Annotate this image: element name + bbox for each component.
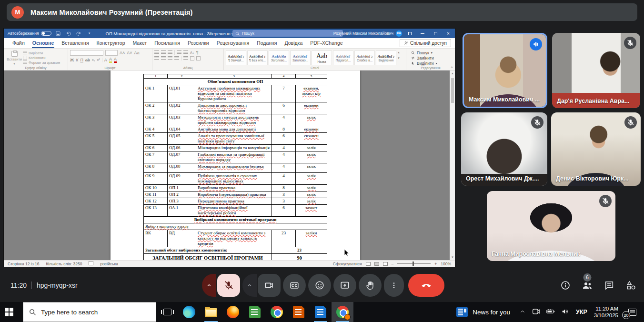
collapse-ribbon-icon[interactable]: ˄: [451, 65, 453, 70]
find-button[interactable]: Пошук▾: [411, 50, 453, 55]
language-indicator[interactable]: російська: [100, 262, 118, 266]
bullets-icon[interactable]: [154, 50, 159, 54]
font-name-combobox[interactable]: [70, 50, 103, 56]
superscript-button[interactable]: х²: [97, 58, 100, 62]
share-button[interactable]: Спільний доступ: [400, 39, 451, 47]
toggle-switch[interactable]: [41, 31, 51, 36]
styles-gallery-scroll[interactable]: ▲▼: [396, 50, 401, 65]
page-indicator[interactable]: Сторінка 12 із 16: [8, 262, 39, 266]
close-button[interactable]: ×: [443, 29, 453, 38]
italic-button[interactable]: К: [76, 58, 78, 62]
font-color-button[interactable]: А: [114, 57, 117, 63]
taskbar-impress[interactable]: [288, 302, 310, 322]
quick-access-dropdown-icon[interactable]: ▾: [86, 30, 93, 36]
tab-pdf-xchange[interactable]: PDF-XChange: [306, 38, 346, 48]
activities-icon[interactable]: [625, 279, 637, 292]
redo-icon[interactable]: [75, 30, 83, 36]
start-button[interactable]: [0, 302, 23, 322]
participant-tile[interactable]: Максим Миколайович ...: [463, 33, 547, 108]
read-mode-icon[interactable]: [366, 262, 371, 266]
scrollbar-thumb[interactable]: [451, 78, 454, 103]
battery-icon[interactable]: [546, 309, 555, 316]
account-avatar[interactable]: РМ: [396, 30, 402, 37]
cut-button[interactable]: Вирізати: [23, 51, 60, 55]
taskbar-search[interactable]: Type here to search: [23, 302, 156, 322]
word-search-box[interactable]: Пошук: [232, 30, 343, 37]
tab-рецензування[interactable]: Рецензування: [213, 38, 253, 48]
document-page[interactable]: 12345Обов’язкові компоненти ОПОК 1ОД.01А…: [111, 70, 360, 260]
taskbar-calc[interactable]: [244, 302, 266, 322]
text-effects-button[interactable]: А: [104, 58, 107, 62]
participant-tile[interactable]: Ганна Мирославівна Мельник: [487, 191, 615, 261]
taskbar-file-explorer[interactable]: [200, 302, 222, 322]
style-card[interactable]: АаБбВвГПідзагол...: [333, 50, 353, 65]
chat-icon[interactable]: [603, 279, 615, 292]
vertical-scrollbar[interactable]: ▲ ▼: [450, 70, 455, 260]
undo-icon[interactable]: [65, 30, 72, 36]
camera-button[interactable]: [258, 274, 281, 297]
multilevel-list-icon[interactable]: [168, 50, 172, 54]
minimize-button[interactable]: [417, 29, 428, 38]
leave-call-button[interactable]: [408, 274, 444, 297]
highlight-button[interactable]: А: [109, 57, 112, 63]
tab-конструктор[interactable]: Конструктор: [93, 38, 129, 48]
zoom-in-icon[interactable]: +: [434, 262, 437, 266]
scroll-up-icon[interactable]: ▲: [450, 71, 455, 76]
shading-icon[interactable]: [190, 56, 194, 60]
font-size-combobox[interactable]: [105, 50, 118, 56]
news-widget[interactable]: News for you: [456, 307, 513, 317]
zoom-out-icon[interactable]: –: [392, 262, 394, 266]
style-card[interactable]: АаБбВвГг¶ Без інте...: [247, 50, 268, 65]
save-icon[interactable]: [54, 30, 62, 36]
proofing-icon[interactable]: [89, 261, 93, 266]
taskbar-clock[interactable]: 11:20 AM 3/10/2025: [594, 305, 618, 319]
mic-muted-button[interactable]: [217, 274, 240, 297]
language-indicator[interactable]: УКР: [576, 309, 587, 315]
tab-макет[interactable]: Макет: [129, 38, 151, 48]
copy-button[interactable]: Копіювати: [23, 56, 60, 60]
line-spacing-icon[interactable]: [183, 56, 188, 60]
volume-icon[interactable]: [562, 308, 569, 316]
tab-вставлення[interactable]: Вставлення: [58, 38, 92, 48]
increase-indent-icon[interactable]: [183, 50, 188, 54]
justify-icon[interactable]: [174, 56, 179, 60]
web-layout-icon[interactable]: [383, 262, 388, 266]
tray-chevron-icon[interactable]: [520, 309, 525, 316]
word-count[interactable]: Кількість слів: 3250: [46, 262, 82, 266]
paste-button[interactable]: Вставити ▾: [6, 50, 23, 65]
meet-tray-icon[interactable]: [532, 308, 540, 316]
taskbar-chrome-active[interactable]: [332, 302, 353, 322]
zoom-slider[interactable]: [397, 263, 431, 264]
align-center-icon[interactable]: [161, 56, 166, 60]
strikethrough-button[interactable]: ab: [85, 58, 90, 62]
align-right-icon[interactable]: [168, 56, 172, 60]
ribbon-options-button[interactable]: [404, 29, 415, 38]
taskbar-writer[interactable]: [310, 302, 332, 322]
participant-tile[interactable]: Денис Вікторович Юрк...: [551, 112, 641, 186]
restore-button[interactable]: [430, 29, 441, 38]
style-card[interactable]: АаbНазва: [312, 50, 332, 65]
tab-посилання[interactable]: Посилання: [151, 38, 184, 48]
raise-hand-button[interactable]: [359, 274, 382, 297]
participant-tile[interactable]: Орест Михайлович Дж....: [461, 112, 547, 186]
align-left-icon[interactable]: [154, 56, 159, 60]
underline-button[interactable]: П: [80, 58, 83, 62]
bold-button[interactable]: Ж: [70, 58, 74, 62]
captions-button[interactable]: [283, 274, 306, 297]
grow-font-button[interactable]: А˄: [120, 50, 125, 55]
tab-подання[interactable]: Подання: [253, 38, 281, 48]
focus-mode-button[interactable]: Сфокусуватися: [333, 262, 362, 266]
change-case-button[interactable]: Аа: [134, 50, 140, 55]
replace-button[interactable]: Замінити: [411, 55, 453, 60]
reactions-button[interactable]: [308, 274, 331, 297]
mic-options-chevron[interactable]: [202, 274, 216, 297]
more-options-button[interactable]: [384, 274, 404, 297]
select-button[interactable]: Виділити▾: [411, 60, 453, 66]
style-card[interactable]: АаБбВвЗаголово...: [269, 50, 289, 65]
action-center-button[interactable]: 20: [625, 306, 639, 318]
shrink-font-button[interactable]: А˅: [127, 50, 132, 55]
print-layout-icon[interactable]: [374, 262, 379, 266]
style-card[interactable]: АаБбВвГЗаголово...: [290, 50, 311, 65]
subscript-button[interactable]: х₂: [92, 58, 95, 62]
participant-tile[interactable]: Дар'я Русланівна Авра...: [552, 33, 640, 108]
